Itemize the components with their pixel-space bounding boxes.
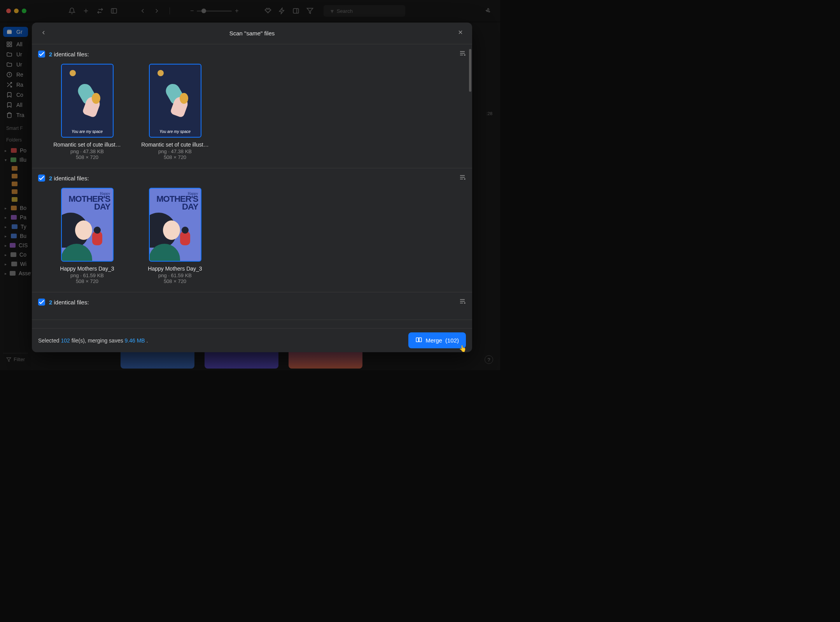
modal-back-button[interactable] <box>38 27 49 40</box>
thumbnail[interactable]: You are my space <box>149 64 201 138</box>
merge-label: Merge <box>425 337 442 344</box>
file-name: Happy Mothers Day_3 <box>49 266 125 272</box>
duplicate-item[interactable]: HappyMOTHER'SDAY Happy Mothers Day_3 png… <box>49 188 125 284</box>
modal-close-button[interactable] <box>455 27 466 40</box>
thumbnail[interactable]: HappyMOTHER'SDAY <box>61 188 114 262</box>
group-clear-icon[interactable] <box>459 298 466 306</box>
modal-header: Scan "same" files <box>32 23 472 44</box>
group-label: 2 identical files: <box>49 51 89 58</box>
group-header: 2 identical files: <box>38 298 466 306</box>
file-name: Happy Mothers Day_3 <box>137 266 213 272</box>
group-clear-icon[interactable] <box>459 174 466 182</box>
cursor-icon: 👆 <box>459 345 467 352</box>
file-meta: png · 61.59 KB <box>137 273 213 278</box>
file-dimensions: 508 × 720 <box>49 278 125 284</box>
selected-count: 102 <box>61 337 70 344</box>
duplicates-row: You are my space Romantic set of cute il… <box>38 64 466 160</box>
group-checkbox[interactable] <box>38 299 45 306</box>
duplicates-row: HappyMOTHER'SDAY Happy Mothers Day_3 png… <box>38 188 466 284</box>
file-dimensions: 508 × 720 <box>137 278 213 284</box>
thumbnail[interactable]: HappyMOTHER'SDAY <box>149 188 201 262</box>
group-label: 2 identical files: <box>49 299 89 306</box>
file-dimensions: 508 × 720 <box>49 154 125 160</box>
merge-button[interactable]: Merge (102) 👆 <box>408 332 466 348</box>
merge-count: (102) <box>445 337 459 344</box>
svg-rect-11 <box>419 338 422 342</box>
group-header: 2 identical files: <box>38 174 466 182</box>
file-name: Romantic set of cute illust… <box>49 142 125 148</box>
group-label: 2 identical files: <box>49 175 89 182</box>
scan-modal: Scan "same" files 2 identical files: You… <box>32 23 472 352</box>
footer-summary: Selected 102 file(s), merging saves 9.46… <box>38 337 148 344</box>
group-checkbox[interactable] <box>38 51 45 58</box>
thumbnail[interactable]: You are my space <box>61 64 114 138</box>
period: . <box>147 337 148 344</box>
modal-footer: Selected 102 file(s), merging saves 9.46… <box>32 328 472 352</box>
group-checkbox[interactable] <box>38 175 45 182</box>
modal-title: Scan "same" files <box>49 30 455 37</box>
group-clear-icon[interactable] <box>459 50 466 58</box>
files-label: file(s), merging saves <box>72 337 123 344</box>
file-name: Romantic set of cute illust… <box>137 142 213 148</box>
merge-icon <box>415 336 422 344</box>
svg-rect-10 <box>416 338 419 342</box>
modal-body[interactable]: 2 identical files: You are my space Roma… <box>32 44 472 328</box>
file-meta: png · 61.59 KB <box>49 273 125 278</box>
saves-size: 9.46 MB <box>125 337 145 344</box>
selected-prefix: Selected <box>38 337 59 344</box>
file-dimensions: 508 × 720 <box>137 154 213 160</box>
duplicate-item[interactable]: HappyMOTHER'SDAY Happy Mothers Day_3 png… <box>137 188 213 284</box>
duplicate-item[interactable]: You are my space Romantic set of cute il… <box>137 64 213 160</box>
duplicate-group: 2 identical files: HappyMOTHER'SDAY Happ… <box>32 168 472 292</box>
duplicate-item[interactable]: You are my space Romantic set of cute il… <box>49 64 125 160</box>
duplicate-group: 2 identical files: You are my space Roma… <box>32 44 472 168</box>
file-meta: png · 47.38 KB <box>49 149 125 154</box>
scrollbar-thumb[interactable] <box>469 49 471 92</box>
duplicate-group: 2 identical files: <box>32 292 472 320</box>
file-meta: png · 47.38 KB <box>137 149 213 154</box>
group-header: 2 identical files: <box>38 50 466 58</box>
